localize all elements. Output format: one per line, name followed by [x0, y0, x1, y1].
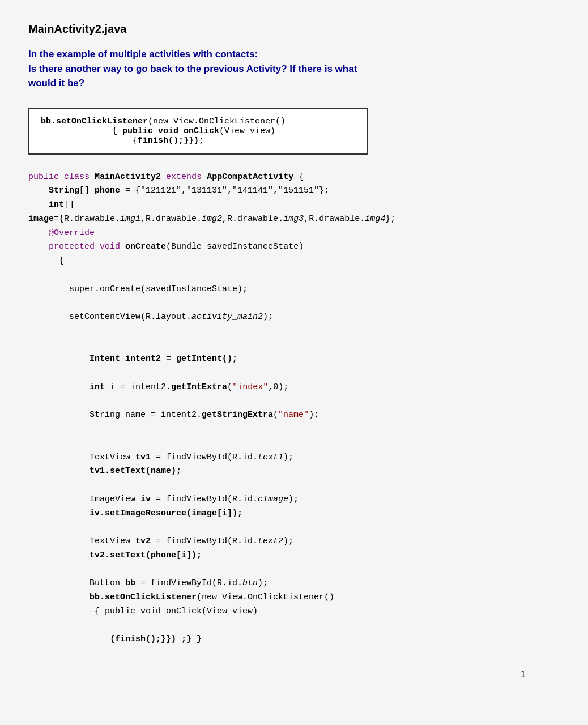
code-box-line1: bb.setOnClickListener(new View.OnClickLi…	[41, 117, 356, 126]
page-title: MainActivity2.java	[28, 23, 560, 36]
code-box-line2: { public void onClick(View view)	[41, 126, 356, 136]
page-number: 1	[521, 669, 526, 680]
page-wrapper: MainActivity2.java In the example of mul…	[28, 23, 560, 702]
code-box-bordered: bb.setOnClickListener(new View.OnClickLi…	[28, 108, 368, 155]
code-box-line3: {finish();}});	[41, 136, 356, 146]
question-text: In the example of multiple activities wi…	[28, 47, 560, 91]
main-code-block: public class MainActivity2 extends AppCo…	[28, 170, 560, 647]
